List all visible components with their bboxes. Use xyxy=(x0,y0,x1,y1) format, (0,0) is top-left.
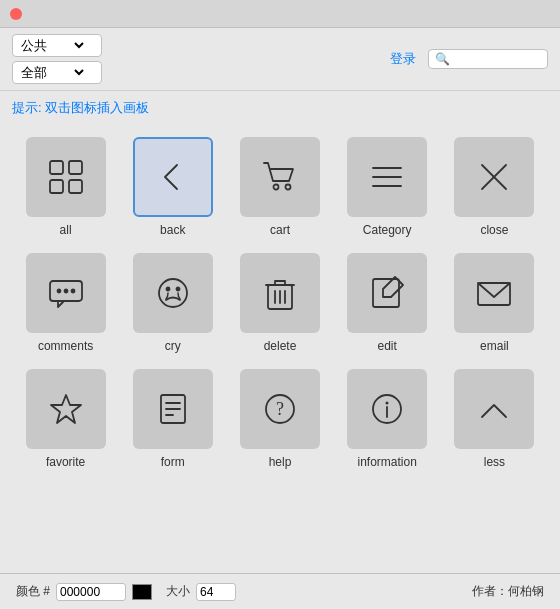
color-label: 颜色 # xyxy=(16,583,50,600)
icon-item-favorite[interactable]: favorite xyxy=(12,361,119,477)
icon-label-information: information xyxy=(358,455,417,469)
icon-label-edit: edit xyxy=(378,339,397,353)
svg-text:?: ? xyxy=(276,399,284,419)
bottom-bar: 颜色 # 大小 作者：何柏钢 xyxy=(0,573,560,609)
icon-label-delete: delete xyxy=(264,339,297,353)
icon-box-close[interactable] xyxy=(454,137,534,217)
icon-item-email[interactable]: email xyxy=(441,245,548,361)
icon-box-category[interactable] xyxy=(347,137,427,217)
svg-point-37 xyxy=(386,402,389,405)
svg-point-16 xyxy=(64,290,67,293)
color-input[interactable] xyxy=(56,583,126,601)
icon-item-back[interactable]: back xyxy=(119,129,226,245)
icon-label-help: help xyxy=(269,455,292,469)
icon-box-comments[interactable] xyxy=(26,253,106,333)
svg-point-18 xyxy=(159,279,187,307)
icon-label-back: back xyxy=(160,223,185,237)
icon-item-delete[interactable]: delete xyxy=(226,245,333,361)
svg-rect-0 xyxy=(50,161,63,174)
icon-item-category[interactable]: Category xyxy=(334,129,441,245)
size-label: 大小 xyxy=(166,583,190,600)
icon-item-help[interactable]: ?help xyxy=(226,361,333,477)
icon-item-form[interactable]: form xyxy=(119,361,226,477)
svg-point-19 xyxy=(166,288,169,291)
svg-point-20 xyxy=(176,288,179,291)
icon-label-comments: comments xyxy=(38,339,93,353)
filter-select-wrapper[interactable]: 全部 图标 插图 xyxy=(12,61,102,84)
category-select-wrapper[interactable]: 公共 私有 xyxy=(12,34,102,57)
author-label: 作者：何柏钢 xyxy=(472,583,544,600)
hint-text: 提示: 双击图标插入画板 xyxy=(0,91,560,121)
svg-rect-3 xyxy=(69,180,82,193)
icon-item-comments[interactable]: comments xyxy=(12,245,119,361)
icon-box-all[interactable] xyxy=(26,137,106,217)
icon-item-edit[interactable]: edit xyxy=(334,245,441,361)
icon-box-delete[interactable] xyxy=(240,253,320,333)
icon-box-less[interactable] xyxy=(454,369,534,449)
category-select[interactable]: 公共 私有 xyxy=(17,37,87,54)
svg-point-5 xyxy=(285,185,290,190)
icon-label-close: close xyxy=(480,223,508,237)
icon-label-all: all xyxy=(60,223,72,237)
icon-label-cart: cart xyxy=(270,223,290,237)
color-swatch[interactable] xyxy=(132,584,152,600)
bottom-left-controls: 颜色 # 大小 xyxy=(16,583,236,601)
top-left-selects: 公共 私有 全部 图标 插图 xyxy=(12,34,102,84)
icon-box-email[interactable] xyxy=(454,253,534,333)
icon-item-cart[interactable]: cart xyxy=(226,129,333,245)
icon-label-email: email xyxy=(480,339,509,353)
svg-rect-2 xyxy=(50,180,63,193)
top-controls: 公共 私有 全部 图标 插图 登录 🔍 xyxy=(0,28,560,91)
svg-marker-28 xyxy=(51,395,81,423)
icon-label-form: form xyxy=(161,455,185,469)
svg-point-17 xyxy=(71,290,74,293)
icon-box-edit[interactable] xyxy=(347,253,427,333)
svg-rect-1 xyxy=(69,161,82,174)
svg-point-4 xyxy=(273,185,278,190)
icon-item-information[interactable]: information xyxy=(334,361,441,477)
search-input[interactable] xyxy=(453,52,541,66)
icon-item-cry[interactable]: cry xyxy=(119,245,226,361)
titlebar xyxy=(0,0,560,28)
icon-box-favorite[interactable] xyxy=(26,369,106,449)
search-icon: 🔍 xyxy=(435,52,450,66)
icon-label-favorite: favorite xyxy=(46,455,85,469)
icon-box-form[interactable] xyxy=(133,369,213,449)
size-input[interactable] xyxy=(196,583,236,601)
icon-box-cart[interactable] xyxy=(240,137,320,217)
icon-item-all[interactable]: all xyxy=(12,129,119,245)
search-wrapper[interactable]: 🔍 xyxy=(428,49,548,69)
icon-label-cry: cry xyxy=(165,339,181,353)
svg-point-15 xyxy=(57,290,60,293)
icon-item-less[interactable]: less xyxy=(441,361,548,477)
icon-item-close[interactable]: close xyxy=(441,129,548,245)
icon-box-back[interactable] xyxy=(133,137,213,217)
icon-box-help[interactable]: ? xyxy=(240,369,320,449)
icon-grid: allbackcartCategoryclosecommentscrydelet… xyxy=(0,121,560,485)
icon-label-category: Category xyxy=(363,223,412,237)
icon-label-less: less xyxy=(484,455,505,469)
close-traffic-light[interactable] xyxy=(10,8,22,20)
login-button[interactable]: 登录 xyxy=(390,50,416,68)
icon-box-information[interactable] xyxy=(347,369,427,449)
icon-box-cry[interactable] xyxy=(133,253,213,333)
filter-select[interactable]: 全部 图标 插图 xyxy=(17,64,87,81)
